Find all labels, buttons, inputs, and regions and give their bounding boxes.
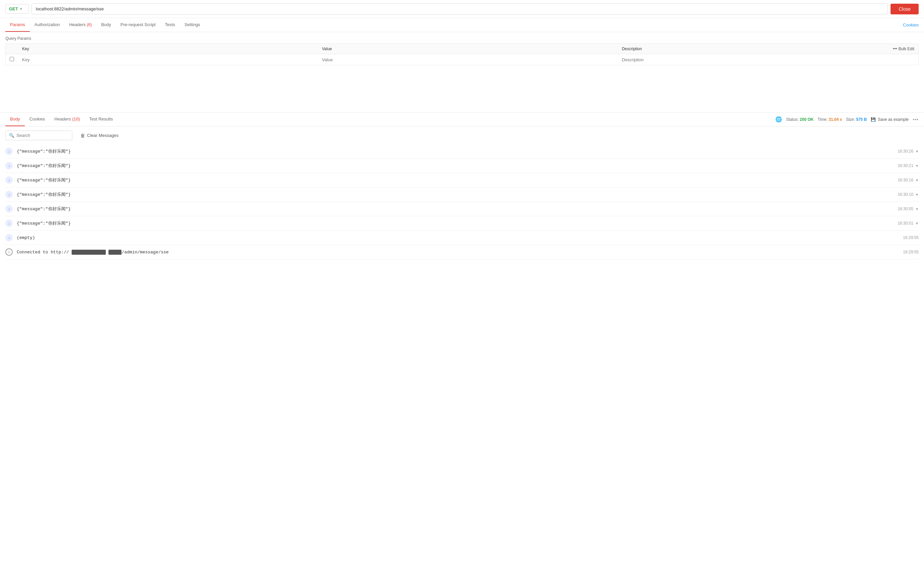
- value-cell[interactable]: [318, 54, 618, 65]
- message-time: 16:30:21▼: [897, 163, 919, 168]
- message-content: {"message":"你好乐闻"}: [17, 148, 894, 154]
- status-bar: 🌐 Status: 200 OK Time: 31.04 s Size: 575…: [776, 116, 919, 123]
- bottom-tabs: Body Cookies Headers (10) Test Results 🌐…: [0, 112, 924, 126]
- row-checkbox[interactable]: [6, 54, 18, 65]
- message-content: {"message":"你好乐闻"}: [17, 192, 894, 198]
- bottom-section: Body Cookies Headers (10) Test Results 🌐…: [0, 112, 924, 259]
- message-content: (empty): [17, 235, 899, 240]
- message-row[interactable]: ↓(empty)16:29:55: [5, 231, 919, 245]
- key-col-header: Key: [18, 44, 318, 54]
- url-bar: GET ▼ Close: [0, 0, 924, 18]
- tab-authorization[interactable]: Authorization: [30, 18, 64, 32]
- expand-chevron-icon[interactable]: ▼: [915, 222, 919, 225]
- tab-headers[interactable]: Headers (6): [64, 18, 96, 32]
- globe-icon: 🌐: [776, 116, 782, 123]
- search-clear-row: 🔍 🗑 Clear Messages: [0, 126, 924, 144]
- key-input[interactable]: [22, 57, 314, 62]
- down-arrow-icon: ↓: [5, 162, 13, 169]
- message-row[interactable]: ↓{"message":"你好乐闻"}16:30:05▼: [5, 202, 919, 216]
- save-as-example-button[interactable]: 💾 Save as example: [871, 117, 909, 122]
- trash-icon: 🗑: [80, 133, 85, 138]
- expand-chevron-icon[interactable]: ▼: [915, 193, 919, 196]
- checkbox-input[interactable]: [10, 57, 14, 61]
- method-selector[interactable]: GET ▼: [5, 4, 29, 14]
- query-params-label: Query Params: [5, 36, 919, 41]
- tab-body-bottom[interactable]: Body: [5, 112, 25, 126]
- message-time: 16:30:16▼: [897, 178, 919, 183]
- tab-prerequest-script[interactable]: Pre-request Script: [116, 18, 160, 32]
- value-col-header: Value: [318, 44, 618, 54]
- tab-cookies-bottom[interactable]: Cookies: [25, 112, 50, 126]
- message-content: Connected to http:// redacted red/admin/…: [17, 250, 899, 255]
- tab-test-results[interactable]: Test Results: [85, 112, 118, 126]
- query-params-section: Query Params Key Value Description ••• B…: [0, 32, 924, 65]
- expand-chevron-icon[interactable]: ▼: [915, 178, 919, 182]
- info-icon: i: [5, 248, 13, 256]
- message-row[interactable]: ↓{"message":"你好乐闻"}16:30:26▼: [5, 144, 919, 159]
- method-label: GET: [9, 6, 18, 11]
- down-arrow-icon: ↓: [5, 191, 13, 198]
- down-arrow-icon: ↓: [5, 176, 13, 184]
- message-row[interactable]: ↓{"message":"你好乐闻"}16:30:16▼: [5, 173, 919, 187]
- size-label: Size: 575 B: [846, 117, 867, 122]
- time-label: Time: 31.04 s: [818, 117, 842, 122]
- spacer: [0, 65, 924, 105]
- tab-headers-bottom[interactable]: Headers (10): [50, 112, 85, 126]
- search-input[interactable]: [16, 133, 69, 138]
- message-row[interactable]: iConnected to http:// redacted red/admin…: [5, 245, 919, 259]
- checkbox-col-header: [6, 44, 18, 54]
- search-box[interactable]: 🔍: [5, 130, 72, 140]
- url-input[interactable]: [32, 3, 888, 14]
- message-row[interactable]: ↓{"message":"你好乐闻"}16:30:21▼: [5, 159, 919, 173]
- tab-params[interactable]: Params: [5, 18, 30, 32]
- down-arrow-icon: ↓: [5, 234, 13, 241]
- top-tabs: Params Authorization Headers (6) Body Pr…: [0, 18, 924, 32]
- tab-tests[interactable]: Tests: [160, 18, 180, 32]
- key-cell[interactable]: [18, 54, 318, 65]
- message-time: 16:29:55: [903, 235, 919, 240]
- value-input[interactable]: [322, 57, 614, 62]
- expand-chevron-icon[interactable]: ▼: [915, 150, 919, 153]
- message-time: 16:30:10▼: [897, 192, 919, 197]
- message-row[interactable]: ↓{"message":"你好乐闻"}16:30:01▼: [5, 216, 919, 231]
- clear-messages-button[interactable]: 🗑 Clear Messages: [76, 131, 123, 140]
- down-arrow-icon: ↓: [5, 220, 13, 227]
- messages-list: ↓{"message":"你好乐闻"}16:30:26▼↓{"message":…: [0, 144, 924, 259]
- description-cell[interactable]: [618, 54, 918, 65]
- bulk-edit-button[interactable]: ••• Bulk Edit: [893, 46, 914, 51]
- message-time: 16:30:26▼: [897, 149, 919, 154]
- message-content: {"message":"你好乐闻"}: [17, 177, 894, 183]
- save-icon: 💾: [871, 117, 876, 122]
- more-options-button[interactable]: •••: [913, 117, 919, 122]
- message-content: {"message":"你好乐闻"}: [17, 163, 894, 169]
- tab-settings[interactable]: Settings: [180, 18, 205, 32]
- message-time: 16:30:05▼: [897, 207, 919, 211]
- tab-body[interactable]: Body: [96, 18, 116, 32]
- chevron-down-icon: ▼: [20, 7, 23, 11]
- params-table: Key Value Description ••• Bulk Edit: [5, 43, 919, 65]
- status-label: Status: 200 OK: [786, 117, 813, 122]
- message-content: {"message":"你好乐闻"}: [17, 220, 894, 226]
- table-row: [6, 54, 919, 65]
- message-content: {"message":"你好乐闻"}: [17, 206, 894, 212]
- down-arrow-icon: ↓: [5, 205, 13, 213]
- expand-chevron-icon[interactable]: ▼: [915, 164, 919, 168]
- message-row[interactable]: ↓{"message":"你好乐闻"}16:30:10▼: [5, 187, 919, 202]
- down-arrow-icon: ↓: [5, 148, 13, 155]
- expand-chevron-icon[interactable]: ▼: [915, 207, 919, 211]
- message-time: 16:29:55: [903, 250, 919, 255]
- search-icon: 🔍: [9, 133, 14, 138]
- description-col-header: Description ••• Bulk Edit: [618, 44, 918, 54]
- cookies-link[interactable]: Cookies: [903, 22, 919, 27]
- description-input[interactable]: [622, 57, 914, 62]
- message-time: 16:30:01▼: [897, 221, 919, 226]
- close-button[interactable]: Close: [891, 4, 919, 14]
